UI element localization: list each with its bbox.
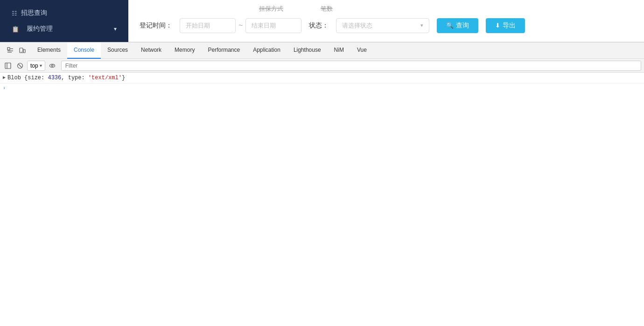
eye-icon[interactable] [47, 61, 57, 71]
console-cursor-icon: › [3, 86, 6, 91]
console-cursor-line: › [0, 83, 644, 93]
tab-vue[interactable]: Vue [350, 42, 373, 59]
query-button[interactable]: 🔍 查询 [437, 18, 478, 33]
svg-rect-5 [23, 49, 25, 53]
tab-network[interactable]: Network [134, 42, 168, 59]
inquiry-icon: ☷ [12, 10, 17, 17]
date-start-input[interactable]: 开始日期 [180, 18, 236, 33]
export-icon: ⬇ [495, 22, 500, 29]
contract-icon: 📋 [12, 26, 19, 33]
contract-arrow-icon: ▾ [114, 26, 117, 32]
tab-console[interactable]: Console [67, 42, 101, 59]
status-select[interactable]: 请选择状态 ▾ [336, 18, 429, 33]
inspect-element-icon[interactable] [5, 45, 16, 56]
sidebar-item-inquiry-label: 招思查询 [21, 9, 47, 17]
console-blob-line: ▶ Blob {size: 4336, type: 'text/xml'} [0, 73, 644, 83]
sidebar: ☷ 招思查询 📋 履约管理 ▾ [0, 0, 128, 42]
tab-sources[interactable]: Sources [101, 42, 134, 59]
sidebar-item-contract[interactable]: 📋 履约管理 ▾ [7, 21, 121, 37]
devtools-icon-group [2, 45, 31, 56]
context-arrow-icon: ▾ [40, 63, 42, 68]
svg-point-12 [51, 65, 53, 67]
top-bar: 担保方式 笔数 登记时间： 开始日期 ~ 结束日期 状态： 请选择状态 [128, 0, 644, 42]
svg-rect-0 [7, 48, 10, 50]
context-selector[interactable]: top ▾ [27, 61, 45, 71]
strikethrough-count: 笔数 [321, 5, 333, 13]
clear-console-icon[interactable] [15, 61, 25, 71]
status-select-arrow-icon: ▾ [420, 22, 423, 28]
strikethrough-guarantee: 担保方式 [259, 5, 283, 13]
svg-rect-7 [5, 63, 11, 69]
date-separator: ~ [238, 21, 243, 30]
console-filter-input[interactable] [61, 61, 641, 71]
console-toolbar: top ▾ [0, 59, 644, 73]
label-register-time: 登记时间： [140, 21, 172, 30]
svg-point-6 [21, 52, 22, 53]
svg-line-10 [19, 64, 22, 67]
tab-memory[interactable]: Memory [168, 42, 201, 59]
svg-point-11 [49, 64, 55, 67]
console-output: ▶ Blob {size: 4336, type: 'text/xml'} › [0, 73, 644, 326]
device-mode-icon[interactable] [17, 45, 28, 56]
tab-nim[interactable]: NiM [328, 42, 350, 59]
expand-blob-icon[interactable]: ▶ [3, 74, 6, 80]
tab-performance[interactable]: Performance [201, 42, 246, 59]
search-icon: 🔍 [446, 22, 454, 29]
devtools-panel: Elements Console Sources Network Memory … [0, 42, 644, 326]
label-status: 状态： [309, 21, 329, 30]
date-end-input[interactable]: 结束日期 [245, 18, 301, 33]
context-label: top [30, 62, 38, 69]
devtools-tabbar: Elements Console Sources Network Memory … [0, 42, 644, 59]
tab-elements[interactable]: Elements [31, 42, 67, 59]
export-button[interactable]: ⬇ 导出 [486, 18, 525, 33]
tab-lighthouse[interactable]: Lighthouse [287, 42, 328, 59]
sidebar-toggle-icon[interactable] [3, 61, 13, 71]
sidebar-item-inquiry[interactable]: ☷ 招思查询 [7, 5, 121, 21]
tab-application[interactable]: Application [246, 42, 287, 59]
sidebar-item-contract-label: 履约管理 [27, 25, 53, 33]
